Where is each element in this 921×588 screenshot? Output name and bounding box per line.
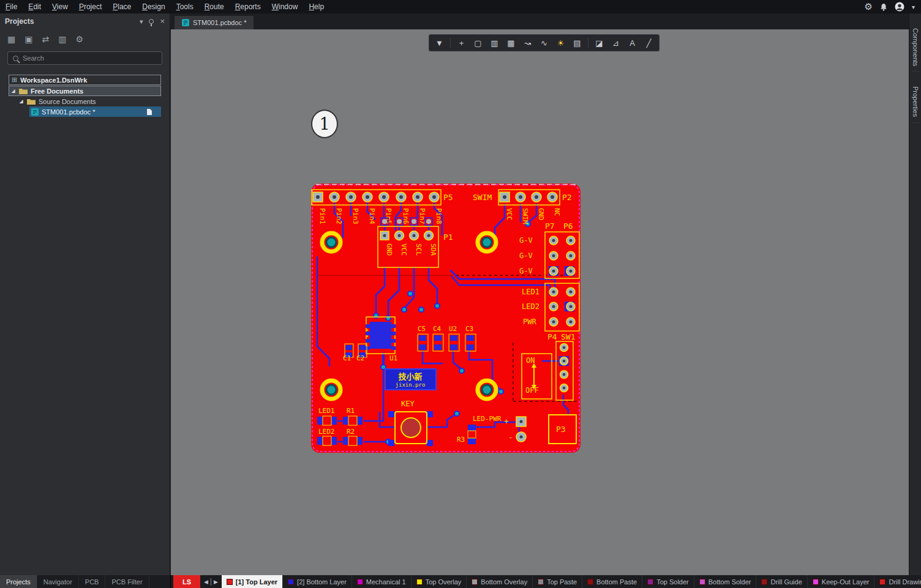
r1-ref[interactable]: R1	[347, 407, 355, 415]
menu-place[interactable]: Place	[107, 0, 137, 13]
plus-label[interactable]: +	[504, 417, 509, 426]
layer-tab-bottom[interactable]: [2] Bottom Layer	[283, 575, 352, 588]
layer-tab-keepout[interactable]: Keep-Out Layer	[808, 575, 875, 588]
crosshair-icon[interactable]: +	[454, 35, 469, 50]
tab-stm001-pcbdoc[interactable]: STM001.pcbdoc *	[175, 16, 254, 29]
gv-label[interactable]: G-V	[519, 251, 533, 260]
sync-icon[interactable]: ⇄	[42, 34, 49, 44]
pin-label[interactable]: Pin4	[368, 208, 376, 225]
tab-pcb-filter[interactable]: PCB Filter	[105, 575, 149, 588]
tree-item-workspace[interactable]: ⊞ Workspace1.DsnWrk	[9, 75, 161, 85]
menu-window[interactable]: Window	[266, 0, 304, 13]
histogram-icon[interactable]: ▥	[487, 35, 502, 50]
tab-projects[interactable]: Projects	[0, 575, 37, 588]
pin-label[interactable]: SDA	[429, 244, 437, 256]
led1-label[interactable]: LED1	[522, 288, 539, 296]
u1-label[interactable]: U1	[389, 354, 397, 362]
pin-label[interactable]: GND	[385, 244, 393, 256]
p6-label[interactable]: P6	[563, 221, 573, 231]
c2-label[interactable]: C2	[356, 354, 364, 362]
pin-label[interactable]: VCC	[505, 208, 513, 220]
tree-item-free-documents[interactable]: ◢ Free Documents	[9, 86, 161, 96]
menu-tools[interactable]: Tools	[171, 0, 199, 13]
pin-label[interactable]: NC	[553, 208, 561, 216]
swim-label[interactable]: SWIM	[473, 193, 492, 202]
menu-design[interactable]: Design	[137, 0, 170, 13]
documents-icon[interactable]: ▥	[58, 34, 66, 44]
scroll-right-icon[interactable]: ▶	[214, 579, 218, 585]
pin-label[interactable]: Pin1	[318, 208, 326, 225]
p7-label[interactable]: P7	[545, 221, 555, 231]
off-label[interactable]: OFF	[525, 386, 539, 395]
close-icon[interactable]: ×	[160, 17, 165, 26]
arc-icon[interactable]: ∿	[536, 35, 552, 50]
p3-label[interactable]: P3	[556, 425, 566, 434]
filter-icon[interactable]: ▼	[432, 35, 447, 50]
contrast-icon[interactable]: ◪	[592, 35, 607, 50]
key-label[interactable]: KEY	[401, 400, 415, 408]
save-icon[interactable]: ▦	[7, 34, 15, 44]
pin-icon[interactable]	[149, 19, 154, 24]
layer-tab-top[interactable]: [1] Top Layer	[222, 575, 283, 588]
layer-tab-bottom-paste[interactable]: Bottom Paste	[582, 575, 642, 588]
led-pwr-header[interactable]: LED1 LED2 PWR	[522, 283, 579, 331]
minus-label[interactable]: -	[508, 433, 513, 442]
layers-icon[interactable]: ▤	[570, 35, 585, 50]
r3-ref[interactable]: R3	[457, 436, 465, 444]
tree-item-source-documents[interactable]: ◢ Source Documents	[0, 96, 170, 106]
pin-label[interactable]: Pin3	[351, 208, 359, 225]
sw1-label[interactable]: SW1	[561, 332, 575, 341]
expand-arrow-icon[interactable]: ◢	[10, 88, 16, 94]
user-avatar-icon[interactable]	[895, 2, 904, 12]
pin-label[interactable]: GND	[537, 208, 545, 220]
menu-edit[interactable]: Edit	[23, 0, 47, 13]
pwr-label[interactable]: PWR	[523, 318, 536, 326]
measure-icon[interactable]: ⊿	[608, 35, 623, 50]
layer-tab-drill-guide[interactable]: Drill Guide	[756, 575, 807, 588]
selection-icon[interactable]: ▢	[470, 35, 486, 50]
c4-label[interactable]: C4	[433, 325, 442, 333]
c5-label[interactable]: C5	[418, 325, 426, 333]
pin-label[interactable]: Pin8	[435, 208, 443, 225]
gear-icon[interactable]: ⚙	[865, 0, 873, 13]
led1-ref[interactable]: LED1	[318, 407, 335, 415]
search-input[interactable]	[23, 54, 157, 62]
panel-dropdown-icon[interactable]: ▾	[140, 17, 143, 26]
pin-label[interactable]: SWIM	[521, 208, 529, 225]
p2-label[interactable]: P2	[562, 193, 572, 202]
pin-label[interactable]: SCL	[415, 244, 423, 256]
pin-label[interactable]: Pin2	[335, 208, 343, 225]
gv-label[interactable]: G-V	[519, 267, 533, 275]
menu-help[interactable]: Help	[303, 0, 329, 13]
layer-tab-drill-drawing[interactable]: Drill Drawing	[874, 575, 921, 588]
scroll-left-icon[interactable]: ◀	[204, 579, 208, 585]
menu-route[interactable]: Route	[199, 0, 230, 13]
gv-label[interactable]: G-V	[519, 236, 533, 245]
layer-set-button[interactable]: LS	[173, 575, 200, 588]
pin-label[interactable]: VCC	[400, 244, 408, 256]
c1-label[interactable]: C1	[343, 354, 351, 362]
layer-tab-top-paste[interactable]: Top Paste	[533, 575, 582, 588]
c3-label[interactable]: C3	[465, 325, 473, 333]
menu-project[interactable]: Project	[73, 0, 107, 13]
tab-properties[interactable]: Properties	[912, 81, 919, 122]
led2-ref[interactable]: LED2	[318, 428, 335, 436]
menu-reports[interactable]: Reports	[230, 0, 266, 13]
menu-file[interactable]: File	[0, 0, 23, 13]
pcb-canvas[interactable]: ▼ + ▢ ▥ ▦ ↝ ∿ ☀ ▤ ◪ ⊿ A ╱ 1	[171, 29, 909, 575]
tab-navigator[interactable]: Navigator	[37, 575, 79, 588]
route-icon[interactable]: ↝	[520, 35, 535, 50]
layer-tab-top-overlay[interactable]: Top Overlay	[412, 575, 467, 588]
layer-tab-bottom-overlay[interactable]: Bottom Overlay	[467, 575, 533, 588]
bell-icon[interactable]	[880, 3, 887, 11]
silkscreen-logo[interactable]: 技小新 jixin.pro	[385, 369, 436, 390]
layer-tab-mechanical1[interactable]: Mechanical 1	[352, 575, 412, 588]
layer-tab-bottom-solder[interactable]: Bottom Solder	[694, 575, 757, 588]
pcb-board[interactable]: P5 Pin1 Pin2 Pin3 Pin4 Pin5 Pin6 Pin7 Pi…	[311, 184, 581, 453]
led-pwr-label[interactable]: LED-PWR	[473, 415, 502, 423]
p4-label[interactable]: P4	[547, 332, 557, 341]
tab-pcb[interactable]: PCB	[79, 575, 106, 588]
p5-label[interactable]: P5	[443, 193, 453, 202]
u2-label[interactable]: U2	[449, 325, 457, 333]
document-page-icon[interactable]	[146, 108, 152, 116]
